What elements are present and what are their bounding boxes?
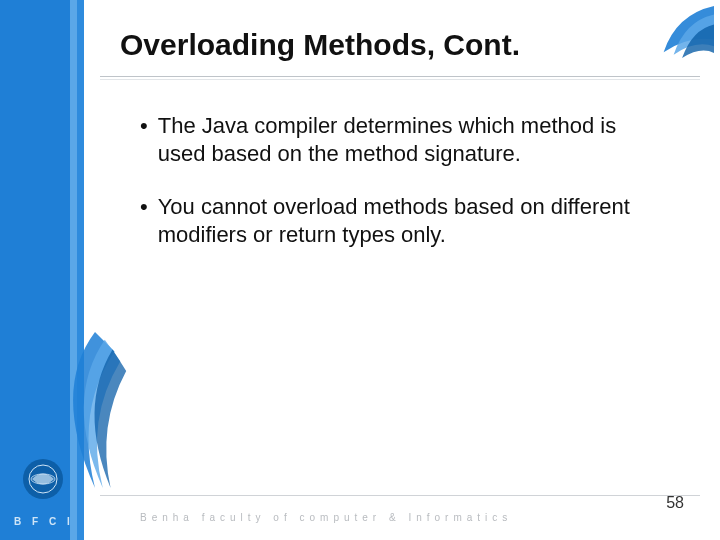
footer-brand-long: Benha faculty of computer & Informatics — [140, 512, 512, 523]
bullet-text: The Java compiler determines which metho… — [158, 112, 640, 167]
bullet-item: • You cannot overload methods based on d… — [140, 193, 640, 248]
bullet-dot-icon: • — [140, 193, 148, 248]
bullet-item: • The Java compiler determines which met… — [140, 112, 640, 167]
footer-divider — [100, 495, 700, 496]
bullet-text: You cannot overload methods based on dif… — [158, 193, 640, 248]
institution-logo-icon — [22, 458, 64, 500]
slide: B F C I Overloading Methods, Cont. • The… — [0, 0, 720, 540]
page-number: 58 — [666, 494, 684, 512]
title-underline — [100, 76, 700, 80]
bullet-dot-icon: • — [140, 112, 148, 167]
slide-body: • The Java compiler determines which met… — [140, 112, 640, 274]
footer-brand-short: B F C I — [14, 516, 74, 527]
side-swirl-icon — [56, 330, 134, 490]
slide-title: Overloading Methods, Cont. — [120, 28, 520, 62]
